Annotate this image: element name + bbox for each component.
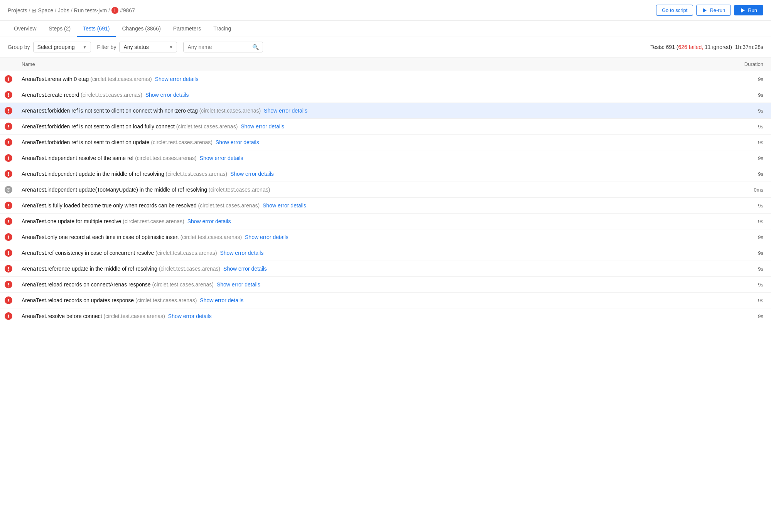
col-name-header: Name — [17, 57, 699, 71]
show-error-link[interactable]: Show error details — [145, 92, 189, 98]
error-status-icon: ! — [5, 91, 12, 99]
filter-by-section: Filter by Any status ▼ — [97, 42, 177, 52]
test-duration: 9s — [699, 214, 771, 229]
error-status-icon: ! — [5, 107, 12, 114]
test-duration: 9s — [699, 150, 771, 166]
show-error-link[interactable]: Show error details — [264, 108, 307, 114]
test-package: (circlet.test.cases.arenas) — [135, 155, 197, 161]
table-row: ⊘ArenaTest.independent update(TooManyUpd… — [0, 182, 771, 198]
show-error-link[interactable]: Show error details — [245, 234, 288, 240]
error-status-icon: ! — [5, 154, 12, 162]
test-name: ArenaTest.forbidden ref is not sent to c… — [22, 139, 150, 145]
test-duration: 9s — [699, 87, 771, 103]
go-to-script-button[interactable]: Go to script — [656, 5, 693, 16]
test-name: ArenaTest.forbidden ref is not sent to c… — [22, 108, 198, 114]
failed-count: 626 failed, — [678, 44, 704, 50]
tab-overview[interactable]: Overview — [8, 21, 42, 37]
show-error-link[interactable]: Show error details — [230, 171, 274, 177]
test-duration: 9s — [699, 119, 771, 135]
table-row: !ArenaTest.resolve before connect (circl… — [0, 308, 771, 324]
breadcrumb-space-icon: ⊞ — [32, 7, 36, 13]
name-search-box[interactable]: 🔍 — [183, 42, 263, 52]
breadcrumb-projects[interactable]: Projects — [8, 7, 27, 13]
table-row: !ArenaTest.is fully loaded become true o… — [0, 198, 771, 214]
test-package: (circlet.test.cases.arenas) — [135, 297, 197, 303]
test-package: (circlet.test.cases.arenas) — [199, 108, 261, 114]
show-error-link[interactable]: Show error details — [155, 76, 199, 82]
test-package: (circlet.test.cases.arenas) — [81, 92, 142, 98]
tab-tests[interactable]: Tests (691) — [77, 21, 116, 37]
table-row: !ArenaTest.only one record at each time … — [0, 229, 771, 245]
rerun-label: Re-run — [710, 7, 725, 13]
table-row: !ArenaTest.reload records on connectAren… — [0, 277, 771, 293]
header-actions: Go to script Re-run Run — [656, 5, 763, 16]
show-error-link[interactable]: Show error details — [220, 250, 263, 256]
breadcrumb-space[interactable]: Space — [38, 7, 53, 13]
test-name: ArenaTest.forbidden ref is not sent to c… — [22, 123, 175, 130]
test-package: (circlet.test.cases.arenas) — [151, 139, 213, 145]
test-duration: 0ms — [699, 182, 771, 198]
test-name: ArenaTest.create record — [22, 92, 79, 98]
error-status-icon: ! — [5, 217, 12, 225]
tab-parameters[interactable]: Parameters — [167, 21, 207, 37]
breadcrumb-run-id: #9867 — [120, 7, 135, 13]
table-row: !ArenaTest.reload records on updates res… — [0, 293, 771, 308]
show-error-link[interactable]: Show error details — [263, 202, 306, 209]
name-search-input[interactable] — [187, 44, 249, 50]
rerun-button[interactable]: Re-run — [696, 5, 731, 16]
tab-tracing[interactable]: Tracing — [207, 21, 237, 37]
test-package: (circlet.test.cases.arenas) — [103, 313, 165, 319]
show-error-link[interactable]: Show error details — [241, 123, 284, 130]
test-package: (circlet.test.cases.arenas) — [198, 202, 260, 209]
group-by-section: Group by Select grouping ▼ — [8, 42, 91, 52]
toolbar: Group by Select grouping ▼ Filter by Any… — [0, 37, 771, 57]
error-status-icon: ! — [5, 265, 12, 273]
test-name: ArenaTest.is fully loaded become true on… — [22, 202, 197, 209]
test-package: (circlet.test.cases.arenas) — [155, 250, 217, 256]
error-status-icon: ! — [5, 123, 12, 130]
test-package: (circlet.test.cases.arenas) — [181, 234, 242, 240]
filter-by-select[interactable]: Any status ▼ — [119, 42, 177, 52]
breadcrumb-jobs[interactable]: Jobs — [58, 7, 69, 13]
tab-changes[interactable]: Changes (3866) — [116, 21, 167, 37]
table-row: !ArenaTest.create record (circlet.test.c… — [0, 87, 771, 103]
show-error-link[interactable]: Show error details — [223, 266, 267, 272]
test-package: (circlet.test.cases.arenas) — [166, 171, 228, 177]
show-error-link[interactable]: Show error details — [217, 281, 260, 288]
table-header-row: Name Duration — [0, 57, 771, 71]
table-row: !ArenaTest.one update for multiple resol… — [0, 214, 771, 229]
show-error-link[interactable]: Show error details — [200, 297, 243, 303]
table-row: !ArenaTest.independent resolve of the sa… — [0, 150, 771, 166]
test-duration: 9s — [699, 293, 771, 308]
table-row: !ArenaTest.forbidden ref is not sent to … — [0, 103, 771, 119]
header: Projects / ⊞ Space / Jobs / Run tests-jv… — [0, 0, 771, 21]
run-button[interactable]: Run — [734, 5, 763, 15]
error-status-icon: ! — [5, 75, 12, 83]
test-duration: 9s — [699, 277, 771, 293]
show-error-link[interactable]: Show error details — [216, 139, 259, 145]
error-status-icon: ! — [5, 170, 12, 178]
group-by-select[interactable]: Select grouping ▼ — [33, 42, 91, 52]
test-results-table-container: Name Duration !ArenaTest.arena with 0 et… — [0, 57, 771, 324]
tab-steps[interactable]: Steps (2) — [42, 21, 77, 37]
stats-section: Tests: 691 (626 failed, 11 ignored) 1h:3… — [650, 44, 763, 50]
ignored-status-icon: ⊘ — [5, 186, 12, 194]
show-error-link[interactable]: Show error details — [168, 313, 212, 319]
rerun-play-icon — [702, 8, 707, 13]
col-status-header — [0, 57, 17, 71]
test-results-table: Name Duration !ArenaTest.arena with 0 et… — [0, 57, 771, 324]
filter-chevron-icon: ▼ — [169, 45, 173, 49]
show-error-link[interactable]: Show error details — [187, 218, 231, 224]
breadcrumb-run-tests-jvm[interactable]: Run tests-jvm — [74, 7, 107, 13]
test-name: ArenaTest.independent resolve of the sam… — [22, 155, 133, 161]
test-package: (circlet.test.cases.arenas) — [176, 123, 238, 130]
error-status-icon: ! — [5, 233, 12, 241]
test-package: (circlet.test.cases.arenas) — [123, 218, 184, 224]
test-duration: 9s — [699, 71, 771, 87]
test-name: ArenaTest.only one record at each time i… — [22, 234, 179, 240]
table-row: !ArenaTest.arena with 0 etag (circlet.te… — [0, 71, 771, 87]
table-row: !ArenaTest.forbidden ref is not sent to … — [0, 119, 771, 135]
show-error-link[interactable]: Show error details — [200, 155, 243, 161]
test-duration: 9s — [699, 245, 771, 261]
breadcrumb: Projects / ⊞ Space / Jobs / Run tests-jv… — [8, 7, 135, 14]
